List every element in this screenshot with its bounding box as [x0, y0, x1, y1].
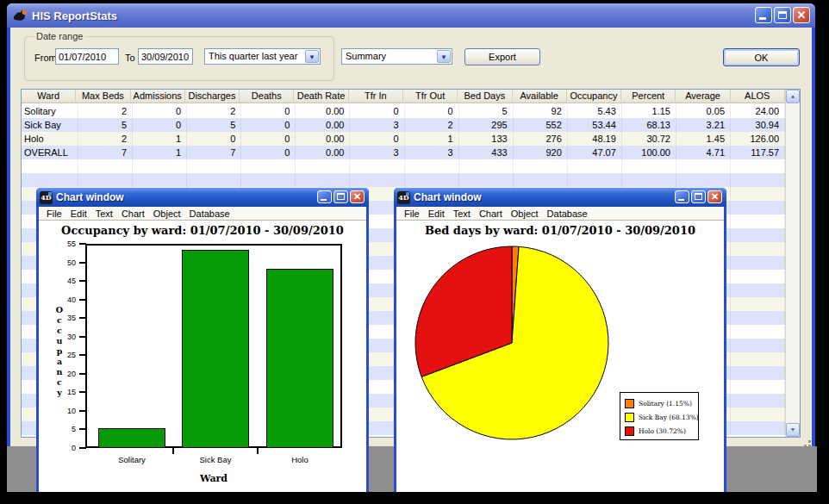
4d-app-icon[interactable]: 4D [40, 191, 53, 204]
close-button[interactable]: ✕ [793, 7, 810, 23]
minimize-button[interactable] [317, 190, 332, 203]
chevron-down-icon[interactable]: ▼ [305, 50, 319, 63]
minimize-icon [321, 199, 327, 201]
report-type-select-value: Summary [346, 51, 434, 61]
column-header-ward[interactable]: Ward [22, 90, 76, 103]
y-tick [79, 428, 86, 430]
column-header-tfr-in[interactable]: Tfr In [349, 90, 403, 103]
menu-file[interactable]: File [42, 208, 66, 219]
y-tick [79, 280, 86, 282]
table-row-overall[interactable]: OVERALL71700.003343392047.07100.004.7111… [22, 146, 785, 159]
table-cell: 1 [133, 146, 187, 159]
4d-app-icon[interactable]: 4D [397, 191, 410, 204]
table-cell: 0 [350, 132, 404, 146]
table-cell [133, 159, 187, 173]
table-cell [568, 173, 622, 187]
maximize-button[interactable] [333, 190, 348, 203]
chart-window-title: Chart window [56, 191, 124, 203]
column-header-tfr-out[interactable]: Tfr Out [403, 90, 458, 103]
menu-database[interactable]: Database [185, 208, 234, 219]
vertical-scrollbar[interactable]: ▲ ▼ [785, 90, 800, 437]
table-row-empty[interactable] [22, 173, 785, 187]
y-tick [79, 336, 86, 338]
chevron-down-icon[interactable]: ▼ [437, 50, 451, 63]
menu-text[interactable]: Text [449, 208, 475, 219]
menu-edit[interactable]: Edit [424, 208, 449, 219]
table-row-solitary[interactable]: Solitary20200.00005925.431.150.0524.00 [22, 104, 785, 118]
table-row-empty[interactable] [22, 159, 785, 173]
legend-label: Sick Bay (68.13%) [639, 414, 699, 421]
menu-chart[interactable]: Chart [117, 208, 149, 219]
column-header-max-beds[interactable]: Max Beds [76, 90, 130, 103]
export-button[interactable]: Export [464, 48, 540, 65]
y-tick [79, 447, 86, 449]
menu-database[interactable]: Database [543, 208, 592, 219]
table-cell [514, 159, 568, 173]
chart-window-title: Chart window [414, 191, 482, 203]
table-cell: 1.45 [676, 132, 731, 146]
column-header-death-rate[interactable]: Death Rate [294, 90, 348, 103]
minimize-button[interactable] [675, 190, 689, 203]
close-button[interactable]: ✕ [707, 190, 722, 203]
table-cell: Sick Bay [22, 118, 78, 132]
column-header-admissions[interactable]: Admissions [131, 90, 185, 103]
scroll-up-icon[interactable]: ▲ [786, 90, 800, 103]
table-cell: 126.00 [731, 132, 785, 146]
y-tick [79, 410, 86, 412]
table-cell: 1 [133, 132, 187, 146]
table-row-holo[interactable]: Holo21000.000113327648.1930.721.45126.00 [22, 132, 785, 146]
close-icon: ✕ [794, 8, 809, 22]
column-header-available[interactable]: Available [513, 90, 567, 103]
legend-label: Holo (30.72%) [639, 427, 686, 435]
close-button[interactable]: ✕ [350, 190, 365, 203]
table-cell [731, 215, 785, 228]
maximize-button[interactable] [774, 7, 791, 23]
legend-label: Solitary (1.15%) [639, 400, 692, 408]
column-header-occupancy[interactable]: Occupancy [567, 90, 621, 103]
from-date-input[interactable] [55, 48, 119, 65]
ok-button[interactable]: OK [723, 48, 800, 66]
table-cell [731, 201, 785, 215]
period-select[interactable]: This quarter last year ▼ [204, 48, 321, 65]
period-select-value: This quarter last year [209, 51, 302, 61]
column-header-percent[interactable]: Percent [621, 90, 676, 103]
table-cell [568, 159, 622, 173]
table-cell: 0 [241, 104, 296, 118]
maximize-icon [695, 193, 702, 200]
column-header-average[interactable]: Average [676, 90, 730, 103]
main-titlebar: HIS ReportStats ✕ [7, 3, 815, 28]
app-rat-icon[interactable] [12, 8, 28, 23]
y-tick-label: 40 [53, 296, 76, 304]
bar-sick-bay [182, 250, 249, 448]
table-cell [731, 256, 785, 270]
minimize-button[interactable] [755, 7, 772, 23]
column-header-bed-days[interactable]: Bed Days [458, 90, 512, 103]
table-cell: 0 [133, 104, 187, 118]
column-header-discharges[interactable]: Discharges [185, 90, 240, 103]
menu-file[interactable]: File [400, 208, 424, 219]
table-row-sick-bay[interactable]: Sick Bay50500.003229555253.4468.133.2130… [22, 118, 785, 132]
table-cell [350, 173, 404, 187]
scroll-down-icon[interactable]: ▼ [786, 423, 800, 437]
table-cell [78, 173, 133, 187]
table-cell: 552 [514, 118, 568, 132]
table-cell: 5.43 [568, 104, 622, 118]
column-header-alos[interactable]: ALOS [731, 90, 785, 103]
table-cell [731, 394, 785, 408]
minimize-icon [678, 199, 684, 201]
to-date-input[interactable] [138, 48, 193, 65]
table-cell: 47.07 [568, 146, 622, 159]
menu-object[interactable]: Object [149, 208, 185, 219]
maximize-button[interactable] [691, 190, 706, 203]
menu-object[interactable]: Object [507, 208, 543, 219]
report-type-select[interactable]: Summary ▼ [341, 48, 452, 65]
column-header-deaths[interactable]: Deaths [240, 90, 294, 103]
menu-edit[interactable]: Edit [66, 208, 91, 219]
menu-text[interactable]: Text [91, 208, 117, 219]
table-cell: 433 [459, 146, 514, 159]
menu-chart[interactable]: Chart [475, 208, 507, 219]
table-cell [731, 311, 785, 325]
table-cell [731, 352, 785, 366]
table-cell: 48.19 [568, 132, 622, 146]
y-tick [79, 243, 86, 245]
